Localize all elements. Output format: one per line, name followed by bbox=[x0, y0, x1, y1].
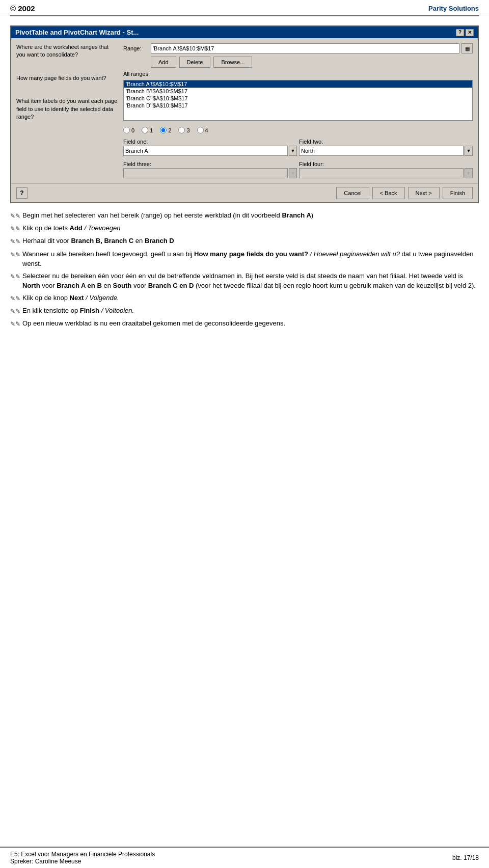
field-one-dropdown[interactable]: ▼ bbox=[289, 146, 297, 156]
help-button[interactable]: ? bbox=[16, 187, 28, 199]
next-button[interactable]: Next > bbox=[408, 187, 440, 199]
page-header: © 2002 Parity Solutions bbox=[0, 0, 489, 15]
back-button[interactable]: < Back bbox=[372, 187, 405, 199]
range-input[interactable] bbox=[151, 43, 459, 53]
page-footer: E5: Excel voor Managers en Financiële Pr… bbox=[0, 847, 489, 868]
field-four-dropdown: ▼ bbox=[465, 168, 473, 178]
radio-row: 0 1 2 3 4 bbox=[123, 127, 473, 133]
copyright-year: © 2002 bbox=[10, 4, 35, 13]
dialog-titlebar: PivotTable and PivotChart Wizard - St...… bbox=[11, 26, 478, 38]
fields-grid-top: Field one: ▼ Field two: ▼ bbox=[123, 139, 473, 156]
field-two-group: Field two: ▼ bbox=[299, 139, 473, 156]
dialog-right-panel: Range: ▦ Add Delete Browse... All ranges… bbox=[123, 43, 473, 178]
dialog-left-panel: Where are the worksheet ranges that you … bbox=[16, 43, 118, 178]
bullet-text-3: Herhaal dit voor Branch B, Branch C en B… bbox=[22, 236, 479, 246]
bullet-text-6: Klik op de knop Next / Volgende. bbox=[22, 293, 479, 303]
field-one-input-row: ▼ bbox=[123, 146, 297, 156]
field-two-input[interactable] bbox=[299, 146, 464, 156]
field-one-input[interactable] bbox=[123, 146, 288, 156]
radio-input-2[interactable] bbox=[160, 127, 167, 133]
logo-area: Parity Solutions bbox=[428, 5, 479, 12]
bullet-icon-4: ✎✎ bbox=[10, 250, 20, 260]
bullet-icon-5: ✎✎ bbox=[10, 272, 20, 282]
bullet-4: ✎✎ Wanneer u alle bereiken heeft toegevo… bbox=[10, 249, 479, 269]
logo-text: Parity Solutions bbox=[428, 5, 479, 12]
bullet-text-4: Wanneer u alle bereiken heeft toegevoegd… bbox=[22, 249, 479, 269]
bullet-icon-1: ✎✎ bbox=[10, 211, 20, 221]
ranges-listbox[interactable]: 'Branch A'!$A$10:$M$17 'Branch B'!$A$10:… bbox=[123, 80, 473, 121]
main-content: ✎✎ Begin met het selecteren van het bere… bbox=[10, 210, 479, 329]
bullet-7: ✎✎ En klik tenslotte op Finish / Voltooi… bbox=[10, 306, 479, 316]
field-two-input-row: ▼ bbox=[299, 146, 473, 156]
radio-1[interactable]: 1 bbox=[142, 127, 153, 133]
bullet-text-1: Begin met het selecteren van het bereik … bbox=[22, 210, 479, 221]
radio-input-4[interactable] bbox=[197, 127, 204, 133]
radio-label-1: 1 bbox=[150, 127, 153, 133]
bullet-2: ✎✎ Klik op de toets Add / Toevoegen bbox=[10, 223, 479, 234]
field-one-group: Field one: ▼ bbox=[123, 139, 297, 156]
range-collapse-button[interactable]: ▦ bbox=[461, 43, 473, 53]
dialog-footer: ? Cancel < Back Next > Finish bbox=[11, 183, 478, 202]
all-ranges-label: All ranges: bbox=[123, 71, 473, 77]
bullet-6: ✎✎ Klik op de knop Next / Volgende. bbox=[10, 293, 479, 304]
field-four-input bbox=[299, 168, 464, 178]
bullet-5: ✎✎ Selecteer nu de bereiken één voor één… bbox=[10, 271, 479, 291]
field-two-dropdown[interactable]: ▼ bbox=[465, 146, 473, 156]
bullet-icon-6: ✎✎ bbox=[10, 294, 20, 304]
field-three-input bbox=[123, 168, 288, 178]
radio-2[interactable]: 2 bbox=[160, 127, 171, 133]
delete-button[interactable]: Delete bbox=[179, 57, 211, 68]
field-two-label: Field two: bbox=[299, 139, 473, 145]
range-label: Range: bbox=[123, 45, 149, 51]
footer-course: E5: Excel voor Managers en Financiële Pr… bbox=[10, 851, 155, 858]
field-three-dropdown: ▼ bbox=[289, 168, 297, 178]
fields-grid-bottom: Field three: ▼ Field four: ▼ bbox=[123, 161, 473, 178]
range-item-2[interactable]: 'Branch C'!$A$10:$M$17 bbox=[124, 95, 472, 102]
browse-button[interactable]: Browse... bbox=[213, 57, 252, 68]
radio-input-3[interactable] bbox=[178, 127, 185, 133]
field-four-label: Field four: bbox=[299, 161, 473, 167]
range-item-0[interactable]: 'Branch A'!$A$10:$M$17 bbox=[124, 80, 472, 88]
range-item-3[interactable]: 'Branch D'!$A$10:$M$17 bbox=[124, 102, 472, 109]
add-button[interactable]: Add bbox=[151, 57, 176, 68]
field-three-label: Field three: bbox=[123, 161, 297, 167]
bullet-icon-2: ✎✎ bbox=[10, 224, 20, 234]
radio-4[interactable]: 4 bbox=[197, 127, 208, 133]
radio-input-1[interactable] bbox=[142, 127, 148, 133]
footer-left-section: E5: Excel voor Managers en Financiële Pr… bbox=[10, 851, 155, 865]
radio-label-0: 0 bbox=[131, 127, 134, 133]
field-three-input-row: ▼ bbox=[123, 168, 297, 178]
footer-page: blz. 17/18 bbox=[452, 854, 479, 861]
left-text-ranges: Where are the worksheet ranges that you … bbox=[16, 43, 118, 59]
help-titlebar-button[interactable]: ? bbox=[456, 29, 464, 36]
action-buttons: Add Delete Browse... bbox=[123, 57, 473, 68]
radio-label-4: 4 bbox=[205, 127, 208, 133]
range-item-1[interactable]: 'Branch B'!$A$10:$M$17 bbox=[124, 88, 472, 95]
radio-0[interactable]: 0 bbox=[123, 127, 134, 133]
page-fields-section: 0 1 2 3 4 bbox=[123, 126, 473, 133]
bullet-text-7: En klik tenslotte op Finish / Voltooien. bbox=[22, 306, 479, 316]
bullet-text-8: Op een nieuw werkblad is nu een draaitab… bbox=[22, 318, 479, 329]
footer-left: ? bbox=[16, 187, 28, 199]
field-three-group: Field three: ▼ bbox=[123, 161, 297, 178]
bullet-8: ✎✎ Op een nieuw werkblad is nu een draai… bbox=[10, 318, 479, 329]
close-titlebar-button[interactable]: ✕ bbox=[466, 29, 474, 36]
header-separator bbox=[10, 15, 479, 16]
bullet-1: ✎✎ Begin met het selecteren van het bere… bbox=[10, 210, 479, 221]
titlebar-buttons: ? ✕ bbox=[456, 29, 474, 36]
radio-label-3: 3 bbox=[186, 127, 189, 133]
field-four-group: Field four: ▼ bbox=[299, 161, 473, 178]
bullet-icon-3: ✎✎ bbox=[10, 237, 20, 247]
field-four-input-row: ▼ bbox=[299, 168, 473, 178]
radio-input-0[interactable] bbox=[123, 127, 130, 133]
left-text-labels: What item labels do you want each page f… bbox=[16, 97, 118, 121]
bullet-text-2: Klik op de toets Add / Toevoegen bbox=[22, 223, 479, 233]
cancel-button[interactable]: Cancel bbox=[336, 187, 369, 199]
footer-right: Cancel < Back Next > Finish bbox=[336, 187, 473, 199]
finish-button[interactable]: Finish bbox=[443, 187, 473, 199]
radio-3[interactable]: 3 bbox=[178, 127, 189, 133]
dialog-body: Where are the worksheet ranges that you … bbox=[11, 38, 478, 183]
bullet-icon-8: ✎✎ bbox=[10, 319, 20, 329]
bullet-3: ✎✎ Herhaal dit voor Branch B, Branch C e… bbox=[10, 236, 479, 247]
pivot-wizard-dialog: PivotTable and PivotChart Wizard - St...… bbox=[10, 25, 479, 203]
